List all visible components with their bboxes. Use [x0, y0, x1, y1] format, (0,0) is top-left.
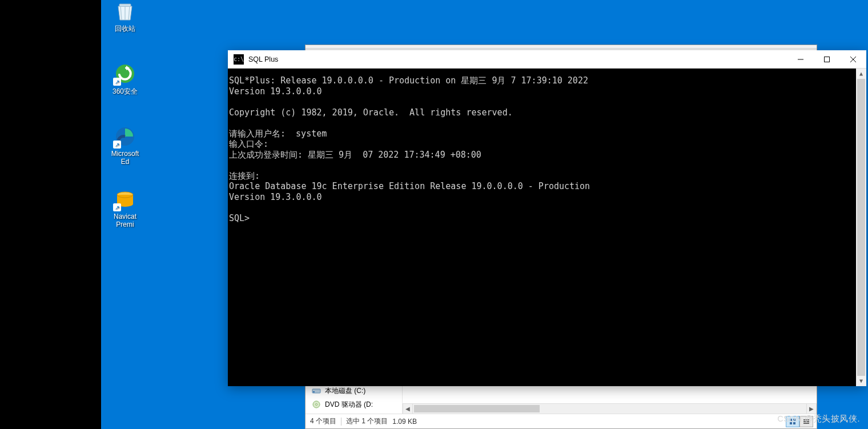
svg-rect-7	[313, 391, 315, 392]
desktop-icon-navicat[interactable]: ↗ Navicat Premi	[108, 187, 142, 228]
sidebar-item-label: DVD 驱动器 (D:	[325, 400, 373, 410]
explorer-sidebar-tree: 本地磁盘 (C:) DVD 驱动器 (D:	[306, 382, 403, 414]
desktop-icon-360[interactable]: ↗ 360安全	[108, 62, 142, 97]
desktop-icon-recycle-bin[interactable]: 回收站	[108, 0, 142, 34]
drive-icon	[311, 386, 322, 396]
status-size: 1.09 KB	[392, 418, 417, 426]
terminal-vscrollbar[interactable]: ▲ ▼	[856, 69, 866, 386]
scrollbar-track[interactable]	[856, 79, 866, 376]
status-selected: 选中 1 个项目	[346, 416, 388, 426]
disc-icon	[311, 399, 322, 410]
desktop-icon-label: Microsoft Ed	[108, 150, 142, 166]
scroll-up-icon[interactable]: ▲	[856, 69, 866, 79]
navicat-icon: ↗	[113, 187, 137, 211]
desktop-background: 回收站 ↗ 360安全 ↗ Microsoft Ed	[101, 0, 868, 429]
window-controls	[787, 50, 866, 68]
desktop-icon-label: 回收站	[108, 24, 142, 34]
close-button[interactable]	[840, 50, 866, 68]
watermark: CSDN @秃头披风侠.	[777, 414, 860, 424]
desktop-icon-edge[interactable]: ↗ Microsoft Ed	[108, 125, 142, 166]
explorer-hscrollbar[interactable]: ◀ ▶	[403, 403, 817, 414]
terminal-app-icon: c:\	[234, 54, 244, 65]
explorer-statusbar: 4 个项目 选中 1 个项目 1.09 KB	[306, 414, 817, 428]
svg-rect-18	[825, 57, 830, 62]
shortcut-badge-icon: ↗	[113, 141, 121, 149]
minimize-button[interactable]	[787, 50, 814, 68]
maximize-button[interactable]	[814, 50, 840, 68]
shortcut-badge-icon: ↗	[113, 78, 121, 86]
shortcut-badge-icon: ↗	[113, 203, 121, 211]
edge-icon: ↗	[113, 125, 137, 149]
desktop-icon-label: Navicat Premi	[108, 213, 142, 228]
terminal-text: SQL*Plus: Release 19.0.0.0.0 - Productio…	[229, 75, 865, 223]
sqlplus-window[interactable]: c:\ SQL Plus SQL*Plus: Release 19.0.0.0.…	[228, 50, 866, 386]
scroll-left-icon[interactable]: ◀	[403, 404, 413, 414]
explorer-content-area[interactable]: ◀ ▶	[403, 388, 817, 414]
explorer-titlebar[interactable]	[306, 45, 817, 49]
sidebar-item-dvd[interactable]: DVD 驱动器 (D:	[306, 398, 402, 411]
terminal-output[interactable]: SQL*Plus: Release 19.0.0.0.0 - Productio…	[228, 69, 866, 386]
window-title: SQL Plus	[248, 55, 787, 63]
status-item-count: 4 个项目	[310, 416, 336, 426]
recycle-bin-icon	[113, 0, 137, 23]
svg-point-9	[316, 404, 318, 406]
sidebar-item-label: 本地磁盘 (C:)	[325, 386, 365, 396]
svg-rect-0	[119, 4, 131, 6]
scrollbar-track[interactable]	[413, 404, 806, 414]
titlebar[interactable]: c:\ SQL Plus	[228, 50, 866, 69]
scroll-right-icon[interactable]: ▶	[806, 404, 817, 414]
scrollbar-thumb[interactable]	[857, 79, 865, 376]
desktop-icon-label: 360安全	[108, 87, 142, 97]
shield-360-icon: ↗	[113, 62, 137, 86]
scroll-down-icon[interactable]: ▼	[856, 376, 866, 386]
status-divider	[341, 418, 341, 426]
scrollbar-thumb[interactable]	[414, 405, 540, 412]
